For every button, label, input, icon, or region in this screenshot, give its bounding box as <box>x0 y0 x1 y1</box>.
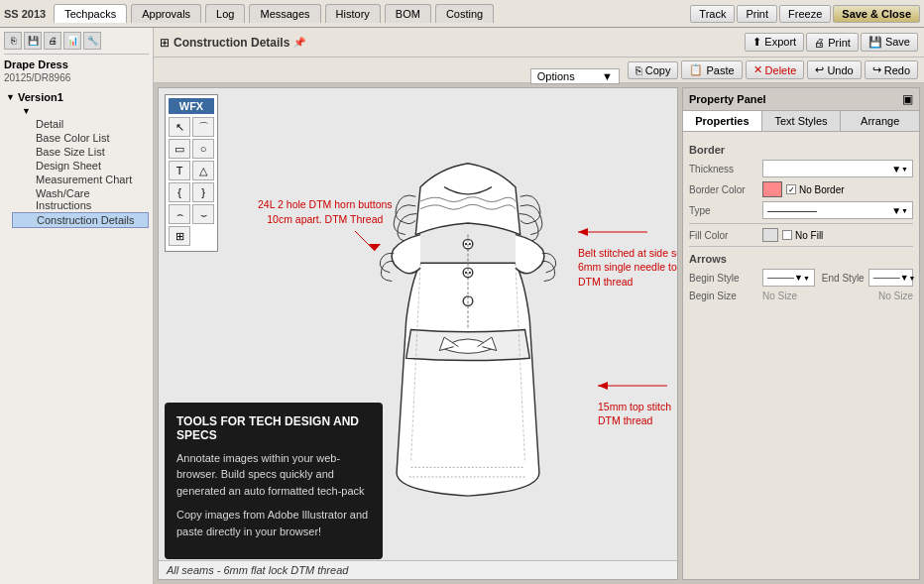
sidebar-icon-5[interactable]: 🔧 <box>83 32 101 50</box>
tree-root-version1: ▼ Version1 <box>4 89 149 105</box>
tab-techpacks[interactable]: Techpacks <box>54 4 127 23</box>
fill-color-row: Fill Color No Fill <box>689 228 913 242</box>
tool-arc[interactable]: ⌒ <box>192 117 214 137</box>
sidebar-icon-4[interactable]: 📊 <box>63 32 81 50</box>
tab-messages[interactable]: Messages <box>249 4 320 23</box>
sidebar-item-wash-care[interactable]: Wash/Care Instructions <box>12 186 149 212</box>
expand-icon[interactable]: ⊞ <box>160 36 170 50</box>
begin-size-label: Begin Size <box>689 291 758 301</box>
sidebar-item-measurement[interactable]: Measurement Chart <box>12 173 149 186</box>
toolbar-row: Options ▼ ⎘ Copy 📋 Paste ✕ Delete <box>154 58 924 83</box>
type-dropdown[interactable]: ————— ▼ <box>762 201 913 219</box>
no-fill-checkbox[interactable] <box>782 230 792 240</box>
delete-label: Delete <box>765 64 797 76</box>
tree-expander[interactable]: ▼ <box>6 92 15 102</box>
sidebar-icon-2[interactable]: 💾 <box>24 32 42 50</box>
begin-style-arrow-icon: ▼ <box>794 273 803 283</box>
paste-icon: 📋 <box>689 63 703 76</box>
sidebar-item-construction[interactable]: Construction Details <box>12 212 149 228</box>
sidebar-icon-1[interactable]: ⎘ <box>4 32 22 50</box>
panel-close-button[interactable]: ▣ <box>902 92 913 106</box>
border-color-swatch[interactable] <box>762 181 782 197</box>
canvas-panel[interactable]: WFX ↖ ⌒ ▭ ○ T △ { } <box>158 87 678 580</box>
delete-button[interactable]: ✕ Delete <box>746 60 805 79</box>
print-button[interactable]: Print <box>737 5 777 23</box>
undo-button[interactable]: ↩ Undo <box>807 60 861 79</box>
property-panel-header: Property Panel ▣ <box>683 88 919 111</box>
annotation-belt: Belt stitched at side seams.6mm single n… <box>578 222 678 290</box>
tool-select[interactable]: ↖ <box>169 117 190 137</box>
info-box-para1: Annotate images within your web-browser.… <box>176 450 371 500</box>
tool-grid[interactable]: ⊞ <box>169 226 190 246</box>
tool-row-1: ↖ ⌒ <box>169 117 214 137</box>
tab-arrange[interactable]: Arrange <box>841 111 919 131</box>
svg-point-4 <box>464 271 466 273</box>
sidebar-item-design-sheet[interactable]: Design Sheet <box>12 159 149 173</box>
end-size-value: No Size <box>878 291 913 301</box>
export-button[interactable]: ⬆ Export <box>745 33 804 52</box>
tab-bom[interactable]: BOM <box>385 4 431 23</box>
svg-line-12 <box>355 231 375 251</box>
begin-style-dropdown[interactable]: ——— ▼ <box>762 269 815 287</box>
tool-row-3: T △ <box>169 161 214 180</box>
content-title: Construction Details <box>173 36 289 50</box>
no-border-checkbox-area: ✓ No Border <box>786 184 845 195</box>
sidebar-item-base-color[interactable]: Base Color List <box>12 131 149 145</box>
tool-curve1[interactable]: ⌢ <box>169 204 190 224</box>
begin-style-value: ——— <box>767 273 794 283</box>
app-title: SS 2013 <box>4 8 46 20</box>
copy-label: Copy <box>645 64 671 76</box>
track-button[interactable]: Track <box>690 5 735 23</box>
garment-code: 20125/DR8966 <box>4 72 149 83</box>
tool-triangle[interactable]: △ <box>192 161 214 180</box>
tab-properties[interactable]: Properties <box>683 111 762 131</box>
content-save-button[interactable]: 💾 Save <box>861 33 918 52</box>
tool-ellipse[interactable]: ○ <box>192 139 214 159</box>
copy-button[interactable]: ⎘ Copy <box>628 61 679 79</box>
fill-color-swatch[interactable] <box>762 228 778 242</box>
main-layout: ⎘ 💾 🖨 📊 🔧 Drape Dress 20125/DR8966 ▼ Ver… <box>0 28 924 584</box>
wfx-label: WFX <box>169 98 214 114</box>
tab-costing[interactable]: Costing <box>435 4 494 23</box>
save-close-button[interactable]: Save & Close <box>833 5 920 23</box>
sidebar-item-base-size[interactable]: Base Size List <box>12 145 149 159</box>
top-dropdown[interactable]: Options ▼ <box>530 68 620 84</box>
tab-log[interactable]: Log <box>205 4 245 23</box>
content-print-button[interactable]: 🖨 Print <box>806 33 859 52</box>
tool-row-4: { } <box>169 182 214 202</box>
redo-button[interactable]: ↪ Redo <box>865 60 918 79</box>
tree-root-label: Version1 <box>18 91 63 103</box>
tool-brace-right[interactable]: } <box>192 182 214 202</box>
tool-text[interactable]: T <box>169 161 190 180</box>
tab-text-styles[interactable]: Text Styles <box>762 111 842 131</box>
svg-point-2 <box>468 243 470 245</box>
property-panel-title: Property Panel <box>689 93 766 105</box>
panel-content: Border Thickness ▼ Border Color ✓ <box>683 132 919 311</box>
tree-sub-expander[interactable]: ▼ <box>22 106 31 116</box>
sidebar-icon-3[interactable]: 🖨 <box>44 32 61 50</box>
svg-point-1 <box>464 243 466 245</box>
annotation-buttons-text: 24L 2 hole DTM horn buttons10cm apart. D… <box>258 197 393 226</box>
undo-label: Undo <box>827 64 853 76</box>
divider-1 <box>689 223 913 224</box>
annotation-arrow-belt <box>578 222 657 242</box>
tool-brace-left[interactable]: { <box>169 182 190 202</box>
end-style-dropdown[interactable]: ——— ▼ <box>868 269 913 287</box>
no-border-checkbox[interactable]: ✓ <box>786 184 796 194</box>
tab-history[interactable]: History <box>325 4 381 23</box>
paste-button[interactable]: 📋 Paste <box>681 60 742 79</box>
tool-row-5: ⌢ ⌣ <box>169 204 214 224</box>
tab-approvals[interactable]: Approvals <box>131 4 201 23</box>
border-color-row: Border Color ✓ No Border <box>689 181 913 197</box>
tool-curve2[interactable]: ⌣ <box>192 204 214 224</box>
dropdown-label: Options <box>537 70 575 82</box>
annotation-arrow-buttons <box>266 226 385 256</box>
freeze-button[interactable]: Freeze <box>779 5 831 23</box>
thickness-dropdown[interactable]: ▼ <box>762 160 913 177</box>
arrows-section-title: Arrows <box>689 253 913 265</box>
sidebar-item-detail[interactable]: Detail <box>12 117 149 131</box>
tool-rect[interactable]: ▭ <box>169 139 190 159</box>
type-arrow-icon: ▼ <box>891 205 901 216</box>
content-pin-icon[interactable]: 📌 <box>293 37 305 48</box>
end-style-label: End Style <box>822 273 865 284</box>
